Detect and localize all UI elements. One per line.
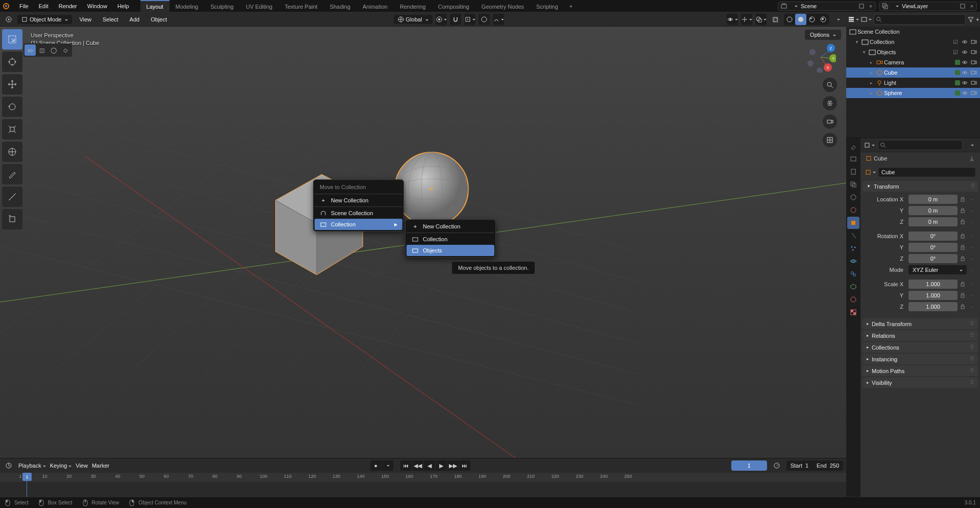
ctx-new-collection[interactable]: + New Collection [315,195,402,206]
ptab-object[interactable] [847,217,859,229]
ptab-data[interactable] [847,281,859,293]
outliner-tree[interactable]: Scene Collection ▼Collection☑▼Objects☑▸C… [846,27,980,137]
object-data-icon[interactable] [865,167,876,178]
camera-view-icon[interactable] [823,114,837,129]
menu-edit[interactable]: Edit [34,1,54,11]
eye-icon[interactable] [961,39,969,45]
animate-dot-icon[interactable]: · [968,196,976,202]
lock-icon[interactable] [959,282,967,287]
lock-icon[interactable] [959,245,967,250]
ctx-collection[interactable]: Collection ▶ [315,219,402,230]
collapsed-panel[interactable]: ▸Motion Paths⠿ [863,365,978,376]
perspective-toggle-icon[interactable] [823,133,837,147]
pan-icon[interactable] [823,96,837,110]
tree-scene-collection[interactable]: Scene Collection [846,27,980,37]
menu-help[interactable]: Help [112,1,134,11]
tree-row[interactable]: ▸Cube [846,67,980,78]
drag-handle-icon[interactable]: ⠿ [970,356,974,362]
jump-prev-key-icon[interactable]: ◀◀ [412,460,423,471]
collapsed-panel[interactable]: ▸Delta Transform⠿ [863,318,978,329]
tab-shading[interactable]: Shading [324,0,356,12]
animate-dot-icon[interactable]: · [968,219,976,225]
property-value-field[interactable]: 1.000 [909,302,958,311]
drag-handle-icon[interactable]: ⠿ [970,320,974,327]
property-value-field[interactable]: 0° [909,243,958,252]
eye-icon[interactable] [961,80,969,86]
delete-scene-icon[interactable]: × [866,2,875,10]
tree-row[interactable]: ▸Camera [846,57,980,67]
xray-toggle[interactable] [770,14,781,25]
mode-dropdown[interactable]: Object Mode [17,15,72,24]
animate-dot-icon[interactable]: · [968,256,976,262]
lock-icon[interactable] [959,219,967,224]
tree-row[interactable]: ▼Objects☑ [846,47,980,57]
navigation-gizmo[interactable]: Z Y X [805,42,836,73]
animate-dot-icon[interactable]: · [968,267,976,273]
display-mode-icon[interactable] [861,14,872,25]
rotation-mode-dropdown[interactable]: XYZ Euler [909,265,967,274]
menu-render[interactable]: Render [54,1,82,11]
ptab-scene[interactable] [847,191,859,203]
menu-window[interactable]: Window [82,1,112,11]
camera-disable-icon[interactable] [970,39,978,45]
menu-file[interactable]: File [14,1,34,11]
editor-type-icon[interactable] [3,460,14,471]
tab-geometry-nodes[interactable]: Geometry Nodes [475,0,530,12]
lock-icon[interactable] [959,256,967,261]
tab-uv-editing[interactable]: UV Editing [240,0,278,12]
property-value-field[interactable]: 0° [909,232,958,241]
camera-disable-icon[interactable] [970,59,978,65]
playhead[interactable]: 1 [22,473,32,481]
proportional-falloff-dropdown[interactable] [493,14,504,25]
eye-icon[interactable] [961,59,969,65]
delete-viewlayer-icon[interactable]: × [967,2,976,10]
visibility-dropdown[interactable] [727,14,738,25]
marker-menu[interactable]: Marker [92,463,109,469]
play-reverse-icon[interactable]: ◀ [424,460,435,471]
menu-add[interactable]: Add [126,15,144,24]
animate-dot-icon[interactable]: · [968,292,976,298]
scene-selector[interactable]: × [778,2,876,11]
lock-icon[interactable] [959,234,967,239]
ptab-physics[interactable] [847,255,859,267]
editor-type-icon[interactable] [3,14,14,25]
viewlayer-name-input[interactable] [902,3,958,9]
tab-compositing[interactable]: Compositing [432,0,475,12]
menu-select[interactable]: Select [99,15,123,24]
checkbox-icon[interactable]: ☑ [951,49,960,56]
start-frame-field[interactable]: Start1 [786,460,812,471]
new-scene-icon[interactable] [857,2,866,10]
drag-handle-icon[interactable]: ⠿ [970,344,974,351]
animate-dot-icon[interactable]: · [968,281,976,287]
ptab-output[interactable] [847,166,859,178]
tool-move[interactable] [2,74,22,95]
ptab-render[interactable] [847,153,859,165]
disclosure-triangle-icon[interactable]: ▸ [868,71,875,75]
ptab-particle[interactable] [847,242,859,255]
new-viewlayer-icon[interactable] [958,2,967,10]
jump-next-key-icon[interactable]: ▶▶ [447,460,459,471]
preview-range-icon[interactable] [771,460,782,471]
scene-name-input[interactable] [801,3,857,9]
disclosure-triangle-icon[interactable]: ▸ [868,91,875,96]
ptab-texture[interactable] [847,306,859,318]
eye-icon[interactable] [961,70,969,76]
object-name-input[interactable] [878,167,976,177]
collapsed-panel[interactable]: ▸Relations⠿ [863,330,978,341]
lock-icon[interactable] [959,293,967,298]
viewlayer-selector[interactable]: × [879,2,977,11]
sphere-object[interactable] [393,151,470,227]
tree-row[interactable]: ▸Sphere [846,88,980,98]
ctx-sub-objects[interactable]: Objects [407,245,494,256]
tab-layout[interactable]: Layout [140,0,170,12]
ctx-scene-collection[interactable]: Scene Collection [315,207,402,219]
tool-measure[interactable] [2,187,22,207]
camera-disable-icon[interactable] [970,80,978,86]
options-icon[interactable] [966,140,977,151]
tab-animation[interactable]: Animation [356,0,394,12]
shading-material[interactable] [806,14,818,25]
collapsed-panel[interactable]: ▸Visibility⠿ [863,377,978,388]
tool-scale[interactable] [2,119,22,140]
properties-search-input[interactable] [878,140,963,150]
property-value-field[interactable]: 0 m [909,206,958,215]
